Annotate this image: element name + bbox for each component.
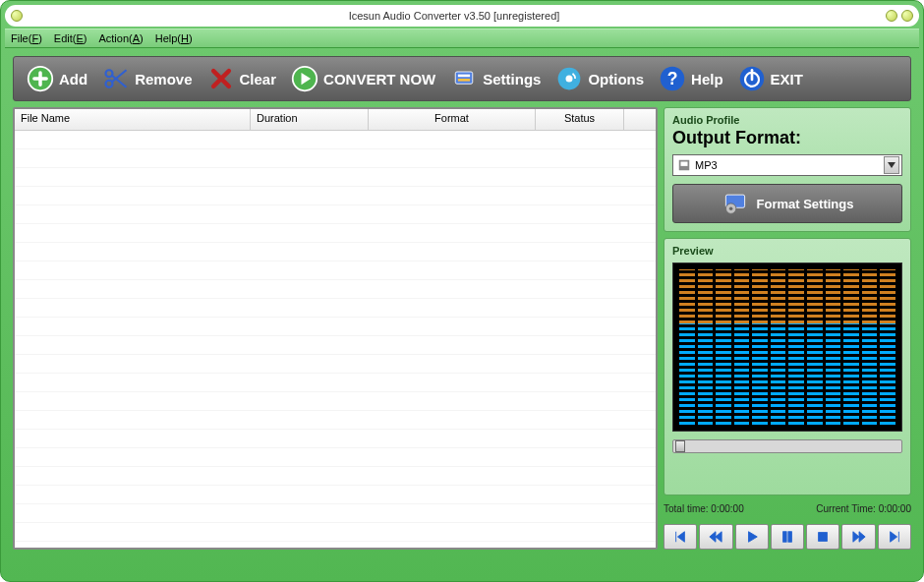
vu-bar <box>862 269 878 425</box>
chevron-down-icon <box>884 156 899 174</box>
audio-profile-title: Audio Profile <box>672 114 902 126</box>
col-format[interactable]: Format <box>369 109 536 130</box>
vu-bar <box>880 269 895 425</box>
menu-action[interactable]: Action(A) <box>98 32 143 44</box>
options-label: Options <box>588 71 644 87</box>
time-row: Total time: 0:00:00 Current Time: 0:00:0… <box>664 503 911 514</box>
preview-group: Preview <box>664 238 911 495</box>
total-time: Total time: 0:00:00 <box>664 503 744 514</box>
menu-edit[interactable]: Edit(E) <box>54 32 87 44</box>
col-duration[interactable]: Duration <box>251 109 369 130</box>
vu-bar <box>716 269 731 425</box>
output-format-select[interactable]: MP3 <box>672 154 902 176</box>
toolbar: Add Remove Clear CONVERT NOW Settings <box>13 56 911 101</box>
vu-bar <box>771 269 786 425</box>
options-button[interactable]: Options <box>550 62 648 95</box>
close-button[interactable] <box>901 10 913 22</box>
pause-button[interactable] <box>771 524 804 550</box>
help-button[interactable]: ? Help <box>654 62 727 95</box>
menubar: File(F) Edit(E) Action(A) Help(H) <box>5 29 919 48</box>
svg-rect-5 <box>458 75 470 78</box>
file-list-header: File Name Duration Format Status <box>15 109 656 131</box>
x-icon <box>206 64 236 93</box>
rewind-button[interactable] <box>699 524 732 550</box>
main-area: File Name Duration Format Status Audio P… <box>13 107 911 550</box>
play-button[interactable] <box>735 524 769 550</box>
convert-button[interactable]: CONVERT NOW <box>286 62 439 95</box>
exit-button[interactable]: EXIT <box>733 62 807 95</box>
svg-rect-18 <box>783 532 787 543</box>
titlebar-orb-left[interactable] <box>11 10 23 22</box>
remove-label: Remove <box>135 71 192 87</box>
settings-button[interactable]: Settings <box>445 62 545 95</box>
vu-bar <box>788 269 804 425</box>
svg-rect-6 <box>458 79 470 82</box>
vu-bar <box>679 269 695 425</box>
svg-rect-19 <box>788 532 792 543</box>
file-list-body[interactable] <box>15 131 656 548</box>
vu-bar <box>734 269 750 425</box>
stop-button[interactable] <box>806 524 839 550</box>
clear-label: Clear <box>240 71 277 87</box>
col-status[interactable]: Status <box>536 109 624 130</box>
exit-label: EXIT <box>771 71 803 87</box>
slider-thumb[interactable] <box>675 440 685 452</box>
play-icon <box>290 64 319 93</box>
vu-bar <box>826 269 841 425</box>
vu-bar <box>807 269 823 425</box>
audio-profile-group: Audio Profile Output Format: MP3 Format <box>664 107 911 232</box>
power-icon <box>737 64 767 93</box>
skip-forward-button[interactable] <box>878 524 911 550</box>
svg-rect-20 <box>819 533 828 542</box>
svg-point-17 <box>728 206 732 210</box>
seek-slider[interactable] <box>672 439 902 453</box>
add-label: Add <box>59 71 87 87</box>
right-panel: Audio Profile Output Format: MP3 Format <box>664 107 911 550</box>
vu-bar <box>752 269 768 425</box>
settings-icon <box>449 64 479 93</box>
file-list-panel: File Name Duration Format Status <box>13 107 658 550</box>
format-settings-button[interactable]: Format Settings <box>672 184 902 223</box>
skip-back-button[interactable] <box>664 524 697 550</box>
help-icon: ? <box>658 64 687 93</box>
playback-controls <box>664 524 911 550</box>
remove-button[interactable]: Remove <box>97 62 196 95</box>
scissors-icon <box>101 64 131 93</box>
minimize-button[interactable] <box>886 10 897 22</box>
col-spacer <box>624 109 656 130</box>
svg-point-8 <box>566 76 573 83</box>
col-filename[interactable]: File Name <box>15 109 251 130</box>
menu-help[interactable]: Help(H) <box>155 32 193 44</box>
clear-button[interactable]: Clear <box>202 62 281 95</box>
current-time: Current Time: 0:00:00 <box>816 503 911 514</box>
svg-text:?: ? <box>667 69 678 88</box>
menu-file[interactable]: File(F) <box>11 32 42 44</box>
format-icon <box>677 158 691 172</box>
convert-label: CONVERT NOW <box>323 71 435 87</box>
window-title: Icesun Audio Converter v3.50 [unregister… <box>349 10 560 22</box>
preview-title: Preview <box>672 245 902 257</box>
svg-rect-14 <box>681 162 688 166</box>
svg-rect-4 <box>455 72 473 84</box>
output-format-label: Output Format: <box>672 128 902 148</box>
help-label: Help <box>691 71 723 87</box>
vu-bar <box>843 269 859 425</box>
output-format-value: MP3 <box>695 159 884 171</box>
settings-label: Settings <box>483 71 541 87</box>
add-button[interactable]: Add <box>22 62 91 95</box>
format-settings-icon <box>722 189 749 219</box>
disc-icon <box>554 64 584 93</box>
fast-forward-button[interactable] <box>841 524 875 550</box>
vu-meter <box>672 262 902 432</box>
vu-bar <box>698 269 714 425</box>
titlebar: Icesun Audio Converter v3.50 [unregister… <box>5 5 919 27</box>
app-window: Icesun Audio Converter v3.50 [unregister… <box>0 0 924 582</box>
plus-icon <box>26 64 55 93</box>
format-settings-label: Format Settings <box>757 197 854 211</box>
